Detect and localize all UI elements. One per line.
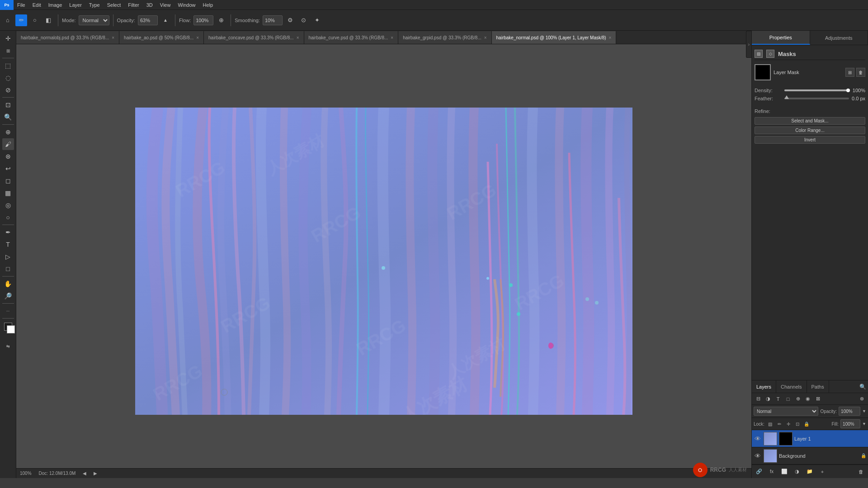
menu-help[interactable]: Help xyxy=(199,0,217,10)
layer1-visibility-eye[interactable]: 👁 xyxy=(754,435,762,442)
select-and-mask-btn[interactable]: Select and Mask... xyxy=(755,117,865,125)
artboard-tool[interactable]: ⊞ xyxy=(2,45,14,56)
lock-position-btn[interactable]: ✛ xyxy=(784,420,793,428)
add-fx-btn[interactable]: fx xyxy=(767,467,776,476)
tab-hairbake-grpid[interactable]: hairbake_grpid.psd @ 33.3% (RGB/8... × xyxy=(398,31,491,44)
lock-paint-btn[interactable]: ✏ xyxy=(775,420,783,428)
smoothing-input[interactable] xyxy=(263,15,283,25)
opacity-layer-input[interactable] xyxy=(839,407,860,416)
type-tool[interactable]: T xyxy=(2,239,14,250)
background-visibility-eye[interactable]: 👁 xyxy=(754,452,762,460)
path-selection-tool[interactable]: ▷ xyxy=(2,251,14,263)
filter-shape-icon[interactable]: □ xyxy=(783,394,793,404)
lock-transparent-btn[interactable]: ▨ xyxy=(766,420,774,428)
gradient-tool[interactable]: ▦ xyxy=(2,187,14,199)
canvas-content[interactable]: RRCG RRCG RRCG RRCG RRCG RRCG RRCG 人次素材 … xyxy=(16,44,751,478)
blur-tool[interactable]: ◎ xyxy=(2,199,14,211)
menu-3d[interactable]: 3D xyxy=(143,0,156,10)
brush-tool-btn[interactable]: ✏ xyxy=(15,14,27,26)
move-tool[interactable]: ✛ xyxy=(2,33,14,44)
filter-type-icon[interactable]: T xyxy=(774,394,783,404)
invert-btn[interactable]: Invert xyxy=(755,136,865,144)
filter-adjustment-icon[interactable]: ◑ xyxy=(764,394,773,404)
brush-tool[interactable]: 🖌 xyxy=(2,138,14,150)
dodge-tool[interactable]: ○ xyxy=(2,211,14,223)
layers-search-icon[interactable]: 🔍 xyxy=(859,384,866,390)
mode-select[interactable]: Normal Multiply Screen Overlay xyxy=(79,15,109,25)
layer-mask-thumbnail[interactable] xyxy=(755,64,771,80)
clone-tool[interactable]: ⊛ xyxy=(2,150,14,162)
color-range-btn[interactable]: Color Range... xyxy=(755,127,865,134)
layer-item-background[interactable]: 👁 Background 🔒 xyxy=(752,447,868,465)
opacity-settings-btn[interactable]: ▲ xyxy=(160,14,171,26)
menu-image[interactable]: Image xyxy=(45,0,66,10)
density-slider[interactable] xyxy=(784,89,850,91)
toggle-btn[interactable]: ◧ xyxy=(42,14,54,26)
spot-healing-tool[interactable]: ⊕ xyxy=(2,126,14,138)
eraser-tool[interactable]: ◻ xyxy=(2,175,14,187)
flow-pressure-btn[interactable]: ⊕ xyxy=(215,14,227,26)
shape-tool[interactable]: □ xyxy=(2,263,14,275)
filter-artboard-icon[interactable]: ⊠ xyxy=(813,394,822,404)
menu-file[interactable]: File xyxy=(14,0,29,10)
opacity-arrow[interactable]: ▼ xyxy=(862,409,866,413)
tab-hairbake-curve[interactable]: hairbake_curve.psd @ 33.3% (RGB/8... × xyxy=(304,31,399,44)
delete-layer-btn[interactable]: 🗑 xyxy=(856,467,865,476)
close-tab5[interactable]: × xyxy=(484,35,487,40)
close-tab6[interactable]: × xyxy=(609,35,612,40)
mask-options-btn[interactable]: ⊞ xyxy=(845,68,854,77)
filter-kind-icon[interactable]: ⊟ xyxy=(754,394,763,404)
add-link-btn[interactable]: 🔗 xyxy=(755,467,764,476)
filter-smart-object-icon[interactable]: ⊕ xyxy=(793,394,802,404)
fill-input[interactable] xyxy=(840,419,860,428)
lock-all-btn[interactable]: 🔒 xyxy=(802,420,811,428)
nav-forward-btn[interactable]: ▶ xyxy=(94,471,97,476)
tab-adjustments[interactable]: Adjustments xyxy=(810,31,868,45)
menu-filter[interactable]: Filter xyxy=(124,0,142,10)
paths-tab[interactable]: Paths xyxy=(807,380,829,393)
symmetry-btn[interactable]: ✦ xyxy=(311,14,323,26)
tab-hairbake-normalobj[interactable]: hairbake_normalobj.psd @ 33.3% (RGB/8...… xyxy=(16,31,119,44)
hand-tool[interactable]: ✋ xyxy=(2,278,14,290)
filter-selected-icon[interactable]: ◉ xyxy=(803,394,812,404)
flow-input[interactable] xyxy=(193,15,213,25)
menu-view[interactable]: View xyxy=(156,0,175,10)
quick-selection-tool[interactable]: ⊘ xyxy=(2,84,14,96)
menu-window[interactable]: Window xyxy=(174,0,199,10)
feather-slider[interactable] xyxy=(784,98,849,99)
tab-properties[interactable]: Properties xyxy=(752,31,810,45)
menu-edit[interactable]: Edit xyxy=(29,0,45,10)
channels-tab[interactable]: Channels xyxy=(776,380,807,393)
opacity-input[interactable] xyxy=(138,15,158,25)
zoom-tool[interactable]: 🔎 xyxy=(2,290,14,302)
tab-hairbake-concave[interactable]: hairbake_concave.psd @ 33.3% (RGB/8... × xyxy=(204,31,304,44)
always-use-pressure-btn[interactable]: ⊙ xyxy=(298,14,310,26)
home-button[interactable]: ⌂ xyxy=(2,14,14,26)
nav-back-btn[interactable]: ◀ xyxy=(83,471,86,476)
close-tab4[interactable]: × xyxy=(391,35,393,40)
lasso-tool[interactable]: ◌ xyxy=(2,72,14,84)
add-folder-btn[interactable]: 📁 xyxy=(805,467,814,476)
mask-delete-btn[interactable]: 🗑 xyxy=(856,68,865,77)
marquee-tool[interactable]: ⬚ xyxy=(2,60,14,71)
close-tab1[interactable]: × xyxy=(112,35,114,40)
lock-artboard-btn[interactable]: ⊡ xyxy=(793,420,802,428)
tab-hairbake-ao[interactable]: hairbake_ao.psd @ 50% (RGB/8... × xyxy=(119,31,204,44)
fill-arrow[interactable]: ▼ xyxy=(862,422,866,426)
smoothing-settings-btn[interactable]: ⚙ xyxy=(284,14,296,26)
close-tab3[interactable]: × xyxy=(297,35,299,40)
extra-tools[interactable]: ··· xyxy=(2,305,14,317)
layer-item-layer1[interactable]: 👁 Layer 1 xyxy=(752,430,868,447)
add-adjustment-btn[interactable]: ◑ xyxy=(793,467,802,476)
crop-tool[interactable]: ⊡ xyxy=(2,99,14,111)
tab-hairbake-normal[interactable]: hairbake_normal.psd @ 100% (Layer 1, Lay… xyxy=(492,31,617,44)
layers-tab[interactable]: Layers xyxy=(752,380,776,393)
foreground-color[interactable] xyxy=(2,322,14,333)
blend-mode-select[interactable]: Normal Multiply Screen Overlay xyxy=(754,407,818,416)
pen-tool[interactable]: ✒ xyxy=(2,226,14,238)
menu-type[interactable]: Type xyxy=(85,0,104,10)
brush-preset-btn[interactable]: ○ xyxy=(29,14,41,26)
menu-select[interactable]: Select xyxy=(104,0,125,10)
history-brush-tool[interactable]: ↩ xyxy=(2,163,14,174)
add-mask-btn[interactable]: ⬜ xyxy=(780,467,789,476)
